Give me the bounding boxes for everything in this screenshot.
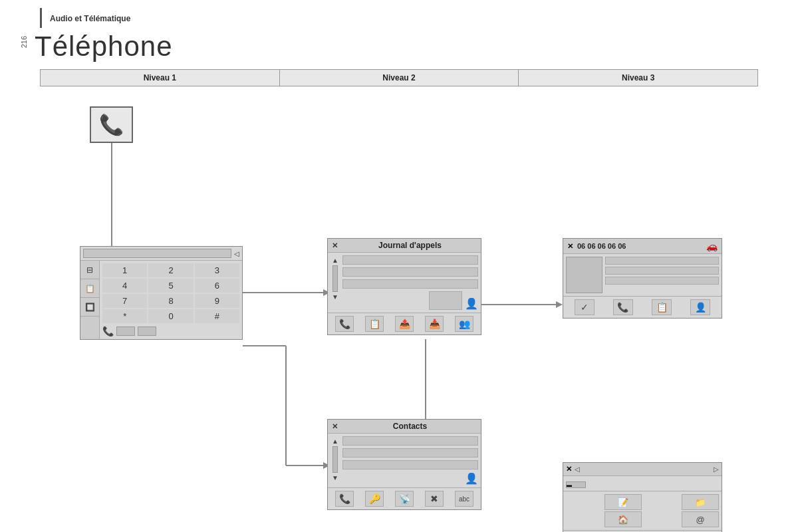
call-detail-box: ✕ 06 06 06 06 06 🚗 ✓ 📞 📋 👤 — [563, 238, 722, 319]
journal-item-1[interactable] — [342, 255, 478, 265]
journal-footer-received[interactable]: 📥 — [425, 316, 444, 332]
contact-detail-top: ✕ ◁ ▷ — [563, 463, 722, 476]
contacts-title: Contacts — [343, 422, 477, 431]
key-8[interactable]: 8 — [148, 294, 193, 308]
journal-footer-missed[interactable]: 📤 — [395, 316, 414, 332]
contacts-panel: ✕ Contacts ▲ ▼ 👤 📞 🔑 📡 ✖ abc — [327, 419, 481, 510]
key-6[interactable]: 6 — [195, 279, 239, 293]
levels-header: Niveau 1 Niveau 2 Niveau 3 — [40, 69, 758, 86]
keypad-box: ◁ ⊟ 📋 🔲 1 2 3 4 5 6 7 8 9 * — [80, 246, 243, 340]
section-title: Audio et Télématique — [50, 14, 130, 23]
journal-panel: ✕ Journal d'appels ▲ ▼ 👤 📞 📋 📤 — [327, 238, 481, 335]
key-4[interactable]: 4 — [102, 279, 147, 293]
key-5[interactable]: 5 — [148, 279, 193, 293]
contacts-footer-key[interactable]: 🔑 — [365, 491, 384, 507]
keypad-grid-wrap: 1 2 3 4 5 6 7 8 9 * 0 # 📞 — [100, 261, 242, 339]
key-hash[interactable]: # — [195, 309, 239, 323]
contact-detail-left-arrow[interactable]: ◁ — [575, 466, 580, 473]
keypad-call-icon[interactable]: 📞 — [102, 326, 114, 336]
contacts-footer-delete[interactable]: ✖ — [425, 491, 444, 507]
diagram: 📞 ◁ ⊟ 📋 🔲 1 2 3 4 5 6 7 8 — [40, 86, 758, 479]
key-1[interactable]: 1 — [102, 263, 147, 277]
key-7[interactable]: 7 — [102, 294, 147, 308]
call-detail-header: ✕ 06 06 06 06 06 🚗 — [563, 239, 722, 254]
journal-close-icon[interactable]: ✕ — [332, 241, 338, 250]
contacts-footer: 📞 🔑 📡 ✖ abc — [328, 487, 481, 509]
call-footer-add[interactable]: 👤 — [690, 299, 710, 315]
cdb-cell-empty-2 — [643, 494, 680, 510]
journal-title: Journal d'appels — [343, 241, 477, 250]
contact-detail-grid: 📝 📁 🏠 @ — [563, 491, 722, 530]
journal-footer-contacts[interactable]: 👥 — [455, 316, 473, 332]
keypad-side-icon-1[interactable]: ⊟ — [80, 261, 99, 279]
contacts-content: ▲ ▼ 👤 — [328, 434, 481, 487]
cdb-cell-folder[interactable]: 📁 — [682, 494, 719, 510]
phone-icon-box: 📞 — [90, 106, 133, 143]
contact-detail-tag-row: ▬ — [563, 476, 722, 491]
contacts-footer-phone[interactable]: 📞 — [335, 491, 354, 507]
keypad-grid: 1 2 3 4 5 6 7 8 9 * 0 # — [102, 263, 239, 323]
journal-footer-phone[interactable]: 📞 — [335, 316, 354, 332]
contact-detail-right-arrow[interactable]: ▷ — [714, 466, 719, 473]
journal-small-box — [429, 291, 462, 310]
contacts-scroll-down[interactable]: ▼ — [332, 474, 338, 481]
journal-header: ✕ Journal d'appels — [328, 239, 481, 253]
call-detail-footer: ✓ 📞 📋 👤 — [563, 296, 722, 318]
journal-scroll-up[interactable]: ▲ — [332, 257, 338, 264]
journal-footer-book[interactable]: 📋 — [365, 316, 384, 332]
contacts-footer-bluetooth[interactable]: 📡 — [395, 491, 414, 507]
keypad-small-box-2 — [138, 327, 156, 336]
page-title: Téléphone — [35, 31, 173, 63]
key-2[interactable]: 2 — [148, 263, 193, 277]
keypad-side-icon-2[interactable]: 📋 — [80, 279, 99, 298]
keypad-display — [83, 249, 231, 258]
key-0[interactable]: 0 — [148, 309, 193, 323]
journal-item-2[interactable] — [342, 267, 478, 277]
contact-detail-close[interactable]: ✕ — [566, 465, 572, 473]
journal-item-3[interactable] — [342, 279, 478, 289]
call-detail-close[interactable]: ✕ — [567, 242, 573, 251]
key-star[interactable]: * — [102, 309, 147, 323]
journal-contact-icon: 👤 — [465, 297, 478, 310]
cdb-cell-home[interactable]: 🏠 — [604, 511, 642, 527]
section-header: Audio et Télématique — [40, 8, 758, 28]
call-detail-content — [563, 254, 722, 296]
niveau1-header: Niveau 1 — [41, 70, 280, 86]
contact-detail-box: ✕ ◁ ▷ ▬ 📝 📁 🏠 @ ◁ ▷ ✓ 👥 ✏ 📡 🗑 — [563, 462, 722, 532]
key-3[interactable]: 3 — [195, 263, 239, 277]
call-footer-transfer[interactable]: 📋 — [652, 299, 672, 315]
niveau3-header: Niveau 3 — [519, 70, 757, 86]
contacts-scrollbar[interactable] — [332, 446, 338, 473]
contact-detail-tag: ▬ — [566, 481, 586, 488]
journal-scrollbar[interactable] — [332, 265, 338, 292]
contacts-footer-abc[interactable]: abc — [455, 491, 473, 507]
keypad-top-bar: ◁ — [80, 247, 242, 261]
keypad-back-icon[interactable]: ◁ — [234, 250, 239, 257]
contacts-close-icon[interactable]: ✕ — [332, 422, 338, 431]
journal-content: ▲ ▼ 👤 — [328, 253, 481, 313]
call-footer-phone[interactable]: 📞 — [613, 299, 633, 315]
call-car-icon: 🚗 — [706, 241, 718, 251]
contacts-item-1[interactable] — [342, 436, 478, 446]
cdb-cell-email[interactable]: @ — [682, 511, 719, 527]
journal-footer: 📞 📋 📤 📥 👥 — [328, 313, 481, 334]
contacts-contact-icon: 👤 — [465, 472, 478, 485]
contacts-item-2[interactable] — [342, 448, 478, 458]
call-info — [605, 257, 719, 293]
cdb-cell-empty-3 — [566, 511, 603, 527]
call-footer-check[interactable]: ✓ — [575, 299, 595, 315]
call-info-line-1 — [605, 257, 719, 265]
journal-scroll-down[interactable]: ▼ — [332, 293, 338, 301]
cdb-cell-phone[interactable]: 📝 — [604, 494, 642, 510]
page-number: 216 — [20, 36, 28, 48]
keypad-side-icon-3[interactable]: 🔲 — [80, 298, 99, 317]
contacts-scroll-up[interactable]: ▲ — [332, 438, 338, 445]
key-9[interactable]: 9 — [195, 294, 239, 308]
cdb-cell-empty-1 — [566, 494, 603, 510]
cdb-cell-empty-4 — [643, 511, 680, 527]
contacts-item-3[interactable] — [342, 460, 478, 469]
keypad-body: ⊟ 📋 🔲 1 2 3 4 5 6 7 8 9 * 0 # — [80, 261, 242, 339]
call-info-line-2 — [605, 267, 719, 275]
svg-marker-9 — [556, 301, 563, 308]
contacts-scroll-left: ▲ ▼ — [331, 436, 340, 485]
